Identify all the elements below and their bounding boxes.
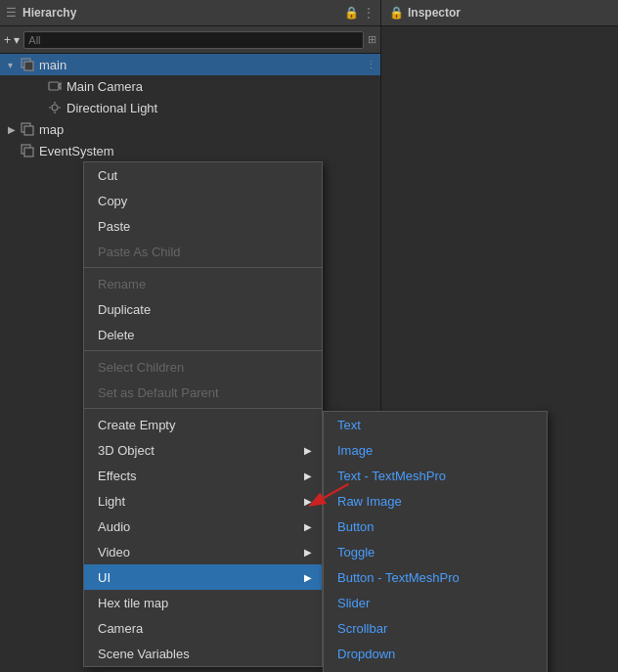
ctx-default-parent: Set as Default Parent [84, 380, 322, 405]
submenu-slider-label: Slider [337, 596, 370, 610]
lock-icon[interactable]: 🔒 [344, 6, 359, 20]
ui-submenu: Text Image Text - TextMeshPro Raw Image … [323, 411, 548, 672]
submenu-text[interactable]: Text [324, 412, 547, 437]
svg-rect-1 [24, 62, 33, 70]
submenu-button-tmp[interactable]: Button - TextMeshPro [324, 564, 547, 590]
ctx-scene-variables[interactable]: Scene Variables [84, 641, 322, 666]
submenu-scrollbar[interactable]: Scrollbar [324, 615, 547, 641]
ctx-rename-label: Rename [98, 277, 146, 291]
ctx-rename: Rename [84, 271, 322, 296]
expand-arrow-map: ▶ [8, 124, 20, 135]
context-menu: Cut Copy Paste Paste As Child Rename Dup… [83, 161, 323, 667]
ctx-3d-object-label: 3D Object [98, 443, 154, 458]
ctx-create-empty[interactable]: Create Empty [84, 412, 322, 437]
hierarchy-item-maincamera[interactable]: ▾ Main Camera [0, 75, 380, 97]
eventsystem-icon [20, 143, 35, 158]
ctx-cut-label: Cut [98, 168, 117, 183]
camera-icon [47, 78, 63, 94]
arrow-right-icon-ui: ▶ [304, 572, 312, 583]
arrow-right-icon-audio: ▶ [304, 521, 312, 532]
lock-icon[interactable]: 🔒 [389, 6, 404, 20]
submenu-dropdown-label: Dropdown [337, 647, 395, 661]
hierarchy-toolbar: + ▾ ⊞ [0, 26, 380, 54]
ctx-scene-variables-label: Scene Variables [98, 647, 190, 661]
ctx-select-children: Select Children [84, 354, 322, 380]
ctx-select-children-label: Select Children [98, 360, 184, 375]
hierarchy-item-directionallight[interactable]: ▾ Directional Light [0, 97, 380, 118]
hierarchy-item-main[interactable]: ▾ main ⋮ [0, 54, 380, 75]
ctx-hex-tile-map-label: Hex tile map [98, 596, 168, 610]
submenu-text-textmeshpro-label: Text - TextMeshPro [337, 469, 446, 483]
ctx-default-parent-label: Set as Default Parent [98, 385, 219, 400]
ctx-cut[interactable]: Cut [84, 162, 322, 188]
arrow-right-icon: ▶ [304, 445, 312, 456]
hierarchy-item-map[interactable]: ▶ map [0, 118, 380, 140]
ctx-paste-label: Paste [98, 219, 130, 234]
submenu-scrollbar-label: Scrollbar [337, 621, 387, 636]
ctx-camera-label: Camera [98, 621, 143, 636]
item-label: main [39, 58, 66, 72]
svg-rect-10 [24, 126, 33, 135]
item-label: Main Camera [66, 79, 143, 94]
hierarchy-header: ☰ Hierarchy 🔒 ⋮ [0, 0, 380, 26]
ctx-ui[interactable]: UI▶ [84, 564, 322, 590]
ctx-duplicate[interactable]: Duplicate [84, 296, 322, 322]
arrow-right-icon-effects: ▶ [304, 470, 312, 481]
item-label: Directional Light [66, 101, 157, 115]
submenu-raw-image-label: Raw Image [337, 494, 402, 509]
ctx-copy[interactable]: Copy [84, 188, 322, 213]
add-button[interactable]: + ▾ [4, 33, 20, 47]
submenu-text-textmeshpro[interactable]: Text - TextMeshPro [324, 463, 547, 488]
ctx-light-label: Light [98, 494, 125, 509]
submenu-dropdown[interactable]: Dropdown [324, 641, 547, 666]
submenu-toggle[interactable]: Toggle [324, 539, 547, 564]
submenu-button-label: Button [337, 519, 375, 534]
ctx-audio-label: Audio [98, 519, 130, 534]
more-icon[interactable]: ⋮ [363, 6, 375, 20]
header-icons: 🔒 ⋮ [344, 6, 375, 20]
light-icon [47, 100, 63, 115]
inspector-header: 🔒 Inspector [381, 0, 618, 26]
ctx-light[interactable]: Light▶ [84, 488, 322, 514]
submenu-image[interactable]: Image [324, 437, 547, 463]
submenu-slider[interactable]: Slider [324, 590, 547, 615]
submenu-button[interactable]: Button [324, 514, 547, 539]
ctx-paste-child-label: Paste As Child [98, 245, 181, 259]
ctx-hex-tile-map[interactable]: Hex tile map [84, 590, 322, 615]
item-label: EventSystem [39, 144, 114, 158]
expand-arrow: ▾ [8, 60, 20, 70]
submenu-input-field[interactable]: Input Field [324, 666, 547, 672]
ctx-delete-label: Delete [98, 328, 135, 342]
ctx-delete[interactable]: Delete [84, 322, 322, 347]
svg-rect-12 [24, 148, 33, 157]
ctx-ui-label: UI [98, 570, 110, 585]
ctx-effects-label: Effects [98, 469, 137, 483]
submenu-text-label: Text [337, 418, 361, 432]
arrow-right-icon-light: ▶ [304, 496, 312, 507]
ctx-paste-child: Paste As Child [84, 239, 322, 264]
svg-marker-3 [59, 83, 61, 89]
submenu-raw-image[interactable]: Raw Image [324, 488, 547, 514]
gameobject-icon [20, 57, 35, 72]
ctx-effects[interactable]: Effects▶ [84, 463, 322, 488]
separator-3 [84, 408, 322, 409]
hierarchy-item-eventsystem[interactable]: ▾ EventSystem [0, 140, 380, 161]
submenu-button-tmp-label: Button - TextMeshPro [337, 570, 460, 585]
submenu-toggle-label: Toggle [337, 545, 375, 560]
svg-rect-2 [49, 82, 59, 90]
ctx-audio[interactable]: Audio▶ [84, 514, 322, 539]
ctx-video[interactable]: Video▶ [84, 539, 322, 564]
ctx-3d-object[interactable]: 3D Object▶ [84, 437, 322, 463]
inspector-title: Inspector [408, 6, 461, 20]
ctx-copy-label: Copy [98, 194, 127, 208]
submenu-image-label: Image [337, 443, 373, 458]
ctx-camera[interactable]: Camera [84, 615, 322, 641]
ctx-duplicate-label: Duplicate [98, 302, 151, 317]
search-input[interactable] [23, 31, 364, 49]
gameobject-icon-map [20, 121, 35, 137]
ctx-paste[interactable]: Paste [84, 213, 322, 239]
search-options-icon[interactable]: ⊞ [368, 33, 376, 46]
lines-icon: ☰ [6, 6, 17, 20]
item-menu-icon[interactable]: ⋮ [366, 59, 376, 71]
separator-2 [84, 350, 322, 351]
